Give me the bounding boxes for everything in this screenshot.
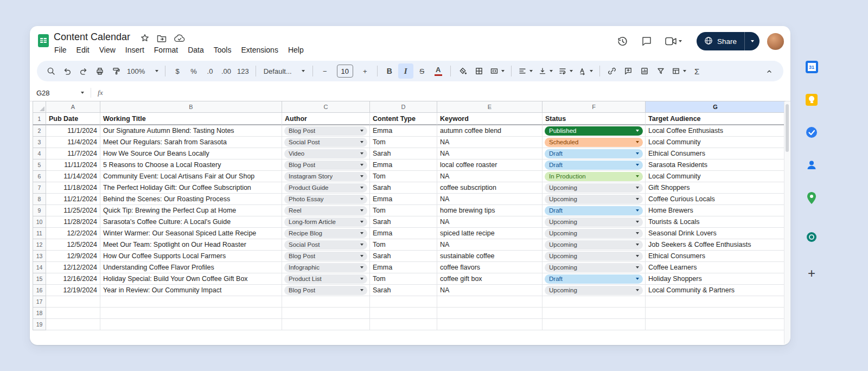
- cell-working-title[interactable]: Understanding Coffee Flavor Profiles: [100, 262, 282, 273]
- share-options-button[interactable]: [744, 32, 760, 50]
- cell-author[interactable]: Sarah: [370, 216, 437, 228]
- contacts-icon[interactable]: [806, 159, 818, 171]
- status-chip[interactable]: Upcoming: [545, 240, 643, 250]
- increase-font-size-button[interactable]: +: [358, 63, 373, 79]
- row-header-10[interactable]: 10: [33, 216, 46, 228]
- undo-button[interactable]: [60, 63, 75, 79]
- cell-keyword[interactable]: NA: [437, 239, 542, 251]
- empty-cell[interactable]: [46, 296, 100, 308]
- cell-content-type[interactable]: Reel: [282, 205, 370, 216]
- cell-target-audience[interactable]: Coffee Learners: [646, 262, 786, 273]
- text-wrap-button[interactable]: [556, 63, 575, 79]
- row-header-9[interactable]: 9: [33, 205, 46, 216]
- scrollbar-thumb[interactable]: [786, 104, 789, 152]
- row-header-7[interactable]: 7: [33, 182, 46, 194]
- cell-working-title[interactable]: Winter Warmer: Our Seasonal Spiced Latte…: [100, 228, 282, 239]
- row-header-11[interactable]: 11: [33, 228, 46, 239]
- cell-working-title[interactable]: Holiday Special: Build Your Own Coffee G…: [100, 273, 282, 285]
- status-chip[interactable]: In Production: [545, 172, 643, 181]
- empty-cell[interactable]: [437, 319, 542, 330]
- cell-target-audience[interactable]: Local Community: [646, 137, 786, 148]
- cell-working-title[interactable]: 5 Reasons to Choose a Local Roastery: [100, 159, 282, 171]
- vertical-scrollbar[interactable]: [784, 101, 790, 344]
- cell-target-audience[interactable]: Holiday Shoppers: [646, 273, 786, 285]
- version-history-button[interactable]: [613, 31, 633, 51]
- cell-pub-date[interactable]: 11/11/2024: [46, 159, 100, 171]
- empty-cell[interactable]: [542, 296, 646, 308]
- row-header-13[interactable]: 13: [33, 251, 46, 262]
- cell-author[interactable]: Tom: [370, 205, 437, 216]
- cell-keyword[interactable]: coffee gift box: [437, 273, 542, 285]
- cell-pub-date[interactable]: 11/7/2024: [46, 148, 100, 159]
- cell-pub-date[interactable]: 12/5/2024: [46, 239, 100, 251]
- content-type-chip[interactable]: Reel: [284, 206, 367, 215]
- cell-pub-date[interactable]: 12/12/2024: [46, 262, 100, 273]
- empty-cell[interactable]: [437, 296, 542, 308]
- row-header-16[interactable]: 16: [33, 285, 46, 296]
- fill-color-button[interactable]: [455, 63, 470, 79]
- redo-button[interactable]: [76, 63, 91, 79]
- content-type-chip[interactable]: Social Post: [284, 240, 367, 250]
- cell-content-type[interactable]: Blog Post: [282, 251, 370, 262]
- keep-icon[interactable]: [806, 94, 818, 106]
- cell-pub-date[interactable]: 11/28/2024: [46, 216, 100, 228]
- print-button[interactable]: [92, 63, 107, 79]
- meet-button[interactable]: [661, 31, 687, 51]
- header-cell-keyword[interactable]: Keyword: [437, 113, 542, 125]
- menu-tools[interactable]: Tools: [209, 44, 237, 56]
- content-type-chip[interactable]: Photo Essay: [284, 195, 367, 204]
- content-type-chip[interactable]: Blog Post: [284, 161, 367, 170]
- cell-status[interactable]: Upcoming: [542, 182, 646, 194]
- cell-author[interactable]: Tom: [370, 273, 437, 285]
- comments-button[interactable]: [637, 31, 656, 51]
- status-chip[interactable]: Draft: [545, 161, 643, 170]
- cell-content-type[interactable]: Instagram Story: [282, 171, 370, 182]
- empty-cell[interactable]: [437, 308, 542, 319]
- add-addon-button[interactable]: +: [808, 267, 815, 279]
- cell-pub-date[interactable]: 12/16/2024: [46, 273, 100, 285]
- menu-help[interactable]: Help: [283, 44, 309, 56]
- cell-keyword[interactable]: home brewing tips: [437, 205, 542, 216]
- cell-working-title[interactable]: Meet Our Team: Spotlight on Our Head Roa…: [100, 239, 282, 251]
- content-type-chip[interactable]: Blog Post: [284, 252, 367, 261]
- empty-cell[interactable]: [370, 319, 437, 330]
- cell-content-type[interactable]: Recipe Blog: [282, 228, 370, 239]
- header-cell-pub-date[interactable]: Pub Date: [46, 113, 100, 125]
- status-chip[interactable]: Scheduled: [545, 138, 643, 147]
- document-title[interactable]: Content Calendar: [54, 31, 130, 43]
- status-chip[interactable]: Draft: [545, 274, 643, 284]
- cell-status[interactable]: Upcoming: [542, 194, 646, 205]
- cell-name-box[interactable]: G28: [30, 89, 91, 97]
- cell-keyword[interactable]: NA: [437, 285, 542, 296]
- status-chip[interactable]: Upcoming: [545, 252, 643, 261]
- cell-status[interactable]: Published: [542, 125, 646, 137]
- font-size-input[interactable]: 10: [337, 65, 353, 78]
- grid-corner[interactable]: [33, 101, 46, 113]
- cell-content-type[interactable]: Infographic: [282, 262, 370, 273]
- column-header-G[interactable]: G: [646, 101, 786, 113]
- status-chip[interactable]: Upcoming: [545, 263, 643, 272]
- cell-author[interactable]: Emma: [370, 125, 437, 137]
- cell-content-type[interactable]: Social Post: [282, 239, 370, 251]
- cell-keyword[interactable]: spiced latte recipe: [437, 228, 542, 239]
- move-folder-icon[interactable]: [157, 34, 167, 44]
- horizontal-align-button[interactable]: [516, 63, 535, 79]
- cell-pub-date[interactable]: 11/4/2024: [46, 137, 100, 148]
- table-views-button[interactable]: [669, 63, 688, 79]
- cell-target-audience[interactable]: Local Coffee Enthusiasts: [646, 125, 786, 137]
- cell-keyword[interactable]: coffee subscription: [437, 182, 542, 194]
- cell-working-title[interactable]: Year in Review: Our Community Impact: [100, 285, 282, 296]
- cell-working-title[interactable]: Meet Our Regulars: Sarah from Sarasota: [100, 137, 282, 148]
- vertical-align-button[interactable]: [536, 63, 555, 79]
- cell-working-title[interactable]: Our Signature Autumn Blend: Tasting Note…: [100, 125, 282, 137]
- strikethrough-button[interactable]: S: [414, 63, 430, 79]
- cell-author[interactable]: Emma: [370, 194, 437, 205]
- cell-content-type[interactable]: Blog Post: [282, 285, 370, 296]
- cell-status[interactable]: Upcoming: [542, 228, 646, 239]
- insert-comment-button[interactable]: [621, 63, 636, 79]
- cell-keyword[interactable]: NA: [437, 148, 542, 159]
- cell-author[interactable]: Tom: [370, 171, 437, 182]
- status-chip[interactable]: Published: [545, 126, 643, 136]
- sheets-logo[interactable]: [36, 34, 50, 48]
- addon-icon[interactable]: [806, 232, 817, 242]
